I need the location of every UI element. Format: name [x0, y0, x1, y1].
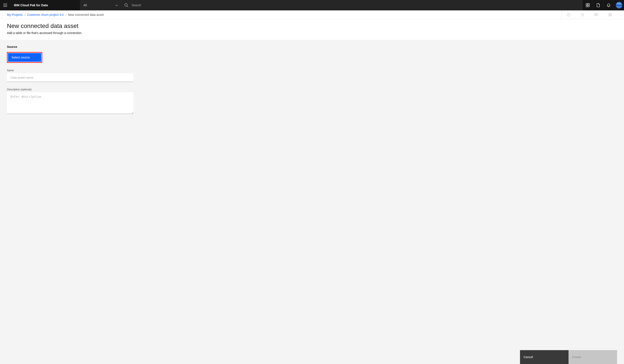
name-field-label: Name	[7, 69, 133, 72]
top-header: IBM Cloud Pak for Data All	[0, 0, 624, 10]
history-icon	[581, 13, 584, 16]
cancel-button[interactable]: Cancel	[520, 350, 569, 364]
breadcrumb-separator: /	[65, 13, 66, 16]
svg-rect-7	[586, 5, 588, 7]
avatar-icon	[616, 2, 622, 8]
header-action-icons	[582, 0, 624, 10]
svg-point-15	[611, 13, 612, 14]
hamburger-icon	[3, 4, 7, 7]
svg-point-3	[125, 4, 127, 6]
page-header: New connected data asset Add a table or …	[0, 19, 624, 40]
search-icon	[124, 2, 129, 8]
scope-selector[interactable]: All	[80, 0, 121, 10]
search-input[interactable]	[131, 0, 580, 10]
brand-title: IBM Cloud Pak for Data	[10, 0, 50, 10]
svg-point-16	[609, 15, 610, 16]
description-field-label: Description (optional)	[7, 88, 133, 91]
breadcrumb-tools	[561, 10, 617, 19]
comments-icon-button[interactable]	[589, 10, 603, 19]
breadcrumb-separator: /	[25, 13, 25, 16]
form-area: Source Select source Name Description (o…	[0, 40, 624, 364]
create-button[interactable]: Create	[569, 350, 617, 364]
hamburger-menu-button[interactable]	[0, 0, 10, 10]
svg-point-14	[609, 13, 610, 14]
scope-label: All	[83, 3, 87, 7]
notifications-button[interactable]	[603, 0, 614, 10]
user-avatar[interactable]	[614, 0, 624, 10]
catalog-icon-button[interactable]	[582, 0, 593, 10]
document-icon-button[interactable]	[593, 0, 603, 10]
page-title: New connected data asset	[7, 23, 617, 29]
breadcrumb-project-link[interactable]: Customer churn project 3.0	[27, 13, 64, 16]
chevron-down-icon	[115, 4, 118, 6]
document-icon	[597, 3, 600, 7]
description-field-group: Description (optional)	[7, 88, 133, 115]
svg-point-11	[569, 14, 569, 14]
bell-icon	[607, 3, 611, 7]
select-source-highlight: Select source	[7, 52, 42, 63]
breadcrumb-current: New connected data asset	[68, 13, 104, 16]
settings-icon-button[interactable]	[603, 10, 617, 19]
source-section-label: Source	[7, 45, 617, 49]
chat-icon	[595, 13, 598, 16]
svg-line-4	[127, 6, 128, 7]
svg-point-8	[588, 5, 590, 7]
svg-point-17	[611, 15, 612, 16]
search-bar[interactable]	[121, 0, 582, 10]
info-icon	[567, 13, 570, 16]
svg-rect-5	[586, 3, 588, 5]
description-textarea[interactable]	[7, 92, 133, 114]
info-icon-button[interactable]	[562, 10, 575, 19]
settings-icon	[608, 13, 612, 16]
history-icon-button[interactable]	[575, 10, 589, 19]
svg-rect-6	[588, 3, 590, 5]
breadcrumb: My Projects / Customer churn project 3.0…	[7, 13, 104, 16]
name-input[interactable]	[7, 73, 133, 82]
select-source-button[interactable]: Select source	[8, 53, 41, 62]
breadcrumb-root-link[interactable]: My Projects	[7, 13, 23, 16]
catalog-icon	[586, 3, 590, 7]
breadcrumb-bar: My Projects / Customer churn project 3.0…	[0, 10, 624, 19]
footer-actions: Cancel Create	[520, 350, 617, 364]
name-field-group: Name	[7, 69, 133, 82]
page-subtitle: Add a table or file that's accessed thro…	[7, 31, 617, 35]
